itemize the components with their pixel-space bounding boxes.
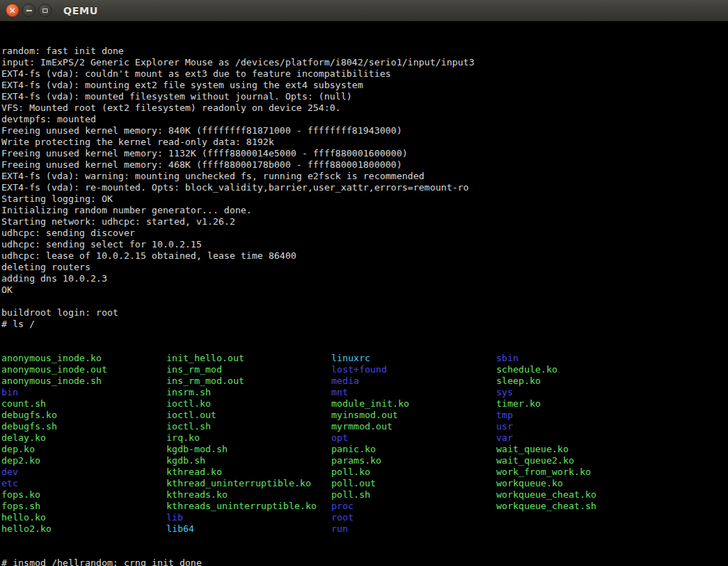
ls-entry: poll.ko bbox=[331, 466, 496, 478]
ls-entry: var bbox=[496, 432, 661, 444]
ls-entry: module_init.ko bbox=[331, 398, 496, 410]
ls-row: dep.kokgdb-mod.shpanic.kowait_queue.ko bbox=[1, 444, 728, 455]
terminal-line: VFS: Mounted root (ext2 filesystem) read… bbox=[1, 102, 728, 114]
ls-row: etckthread_uninterruptible.kopoll.outwor… bbox=[1, 478, 728, 489]
terminal-screen[interactable]: random: fast init doneinput: ImExPS/2 Ge… bbox=[0, 21, 728, 566]
close-button[interactable]: ✕ bbox=[6, 4, 19, 17]
ls-entry: wait_queue.ko bbox=[496, 444, 661, 455]
ls-entry: linuxrc bbox=[331, 353, 496, 364]
terminal-line: Initializing random number generator... … bbox=[1, 205, 728, 216]
ls-entry: anonymous_inode.sh bbox=[1, 375, 166, 387]
terminal-line: Freeing unused kernel memory: 468K (ffff… bbox=[1, 159, 728, 171]
ls-entry: workqueue.ko bbox=[496, 478, 661, 489]
ls-entry: sbin bbox=[496, 353, 661, 364]
ls-entry: run bbox=[331, 523, 496, 535]
ls-entry: dep2.ko bbox=[1, 455, 166, 466]
ls-entry: fops.ko bbox=[1, 489, 166, 501]
ls-entry: mnt bbox=[331, 387, 496, 398]
terminal-line bbox=[1, 296, 728, 307]
ls-entry: opt bbox=[331, 432, 496, 444]
ls-entry: ins_rm_mod.out bbox=[166, 375, 331, 387]
ls-entry: init_hello.out bbox=[166, 353, 331, 364]
ls-entry: tmp bbox=[496, 410, 661, 421]
shell-output: # insmod /hellrandom: crng init done# in… bbox=[1, 557, 728, 566]
terminal-line: Freeing unused kernel memory: 840K (ffff… bbox=[1, 125, 728, 137]
ls-entry: wait_queue2.ko bbox=[496, 455, 661, 466]
ls-row: hello.kolibroot bbox=[1, 512, 728, 523]
terminal-line: EXT4-fs (vda): re-mounted. Opts: block_v… bbox=[1, 182, 728, 193]
ls-entry: irq.ko bbox=[166, 432, 331, 444]
ls-row: anonymous_inode.outins_rm_modlost+founds… bbox=[1, 364, 728, 375]
ls-entry: lib64 bbox=[166, 523, 331, 535]
ls-entry: sleep.ko bbox=[496, 375, 661, 387]
ls-row: bininsrm.shmntsys bbox=[1, 387, 728, 398]
terminal-line: udhcpc: sending select for 10.0.2.15 bbox=[1, 239, 728, 250]
ls-entry: root bbox=[331, 512, 496, 523]
ls-entry: insrm.sh bbox=[166, 387, 331, 398]
terminal-line: EXT4-fs (vda): couldn't mount as ext3 du… bbox=[1, 68, 728, 80]
ls-entry: etc bbox=[1, 478, 166, 489]
ls-row: fops.shkthreads_uninterruptible.koprocwo… bbox=[1, 501, 728, 512]
terminal-line: Freeing unused kernel memory: 1132K (fff… bbox=[1, 148, 728, 159]
close-icon: ✕ bbox=[9, 6, 16, 15]
ls-entry: delay.ko bbox=[1, 432, 166, 444]
terminal-line: # insmod /hellrandom: crng init done bbox=[1, 557, 728, 566]
ls-entry: workqueue_cheat.ko bbox=[496, 489, 661, 501]
ls-row: hello2.kolib64run bbox=[1, 523, 728, 535]
ls-entry bbox=[496, 523, 661, 535]
ls-entry: schedule.ko bbox=[496, 364, 661, 375]
ls-entry: kthread_uninterruptible.ko bbox=[166, 478, 331, 489]
ls-entry: kthreads.ko bbox=[166, 489, 331, 501]
ls-entry: kgdb.sh bbox=[166, 455, 331, 466]
ls-entry: params.ko bbox=[331, 455, 496, 466]
ls-entry: workqueue_cheat.sh bbox=[496, 501, 661, 512]
terminal-line: input: ImExPS/2 Generic Explorer Mouse a… bbox=[1, 57, 728, 68]
ls-entry: myinsmod.out bbox=[331, 410, 496, 421]
maximize-icon bbox=[43, 9, 48, 13]
ls-row: anonymous_inode.shins_rm_mod.outmediasle… bbox=[1, 375, 728, 387]
ls-entry: kgdb-mod.sh bbox=[166, 444, 331, 455]
ls-entry: anonymous_inode.out bbox=[1, 364, 166, 375]
ls-entry: debugfs.ko bbox=[1, 410, 166, 421]
terminal-line: EXT4-fs (vda): warning: mounting uncheck… bbox=[1, 171, 728, 182]
ls-entry: lib bbox=[166, 512, 331, 523]
ls-entry: panic.ko bbox=[331, 444, 496, 455]
terminal-line: Write protecting the kernel read-only da… bbox=[1, 137, 728, 148]
window-title: QEMU bbox=[63, 5, 98, 16]
terminal-line: adding dns 10.0.2.3 bbox=[1, 273, 728, 284]
ls-entry: kthreads_uninterruptible.ko bbox=[166, 501, 331, 512]
ls-entry: myrmmod.out bbox=[331, 421, 496, 432]
ls-entry: fops.sh bbox=[1, 501, 166, 512]
ls-row: devkthread.kopoll.kowork_from_work.ko bbox=[1, 466, 728, 478]
terminal-line: deleting routers bbox=[1, 262, 728, 273]
ls-entry: poll.out bbox=[331, 478, 496, 489]
ls-entry: debugfs.sh bbox=[1, 421, 166, 432]
terminal-line: udhcpc: sending discover bbox=[1, 228, 728, 239]
terminal-line: buildroot login: root bbox=[1, 307, 728, 319]
ls-entry: ioctl.out bbox=[166, 410, 331, 421]
ls-entry: ins_rm_mod bbox=[166, 364, 331, 375]
terminal-line: # ls / bbox=[1, 319, 728, 330]
ls-entry: usr bbox=[496, 421, 661, 432]
ls-entry: sys bbox=[496, 387, 661, 398]
terminal-line: EXT4-fs (vda): mounted filesystem withou… bbox=[1, 91, 728, 102]
ls-entry: ioctl.sh bbox=[166, 421, 331, 432]
terminal-line: OK bbox=[1, 284, 728, 296]
maximize-button[interactable] bbox=[38, 4, 52, 17]
titlebar[interactable]: ✕ QEMU bbox=[0, 0, 728, 21]
qemu-window: ✕ QEMU random: fast init doneinput: ImEx… bbox=[0, 0, 728, 566]
ls-entry: ioctl.ko bbox=[166, 398, 331, 410]
ls-entry: dev bbox=[1, 466, 166, 478]
ls-row: debugfs.koioctl.outmyinsmod.outtmp bbox=[1, 410, 728, 421]
ls-entry: bin bbox=[1, 387, 166, 398]
minimize-button[interactable] bbox=[22, 4, 36, 17]
ls-row: delay.koirq.kooptvar bbox=[1, 432, 728, 444]
terminal-line: Starting network: udhcpc: started, v1.26… bbox=[1, 216, 728, 228]
ls-entry: count.sh bbox=[1, 398, 166, 410]
ls-entry: proc bbox=[331, 501, 496, 512]
terminal-line: Starting logging: OK bbox=[1, 193, 728, 205]
terminal-line: udhcpc: lease of 10.0.2.15 obtained, lea… bbox=[1, 250, 728, 262]
ls-row: anonymous_inode.koinit_hello.outlinuxrcs… bbox=[1, 353, 728, 364]
ls-row: count.shioctl.komodule_init.kotimer.ko bbox=[1, 398, 728, 410]
minimize-icon bbox=[26, 10, 32, 11]
